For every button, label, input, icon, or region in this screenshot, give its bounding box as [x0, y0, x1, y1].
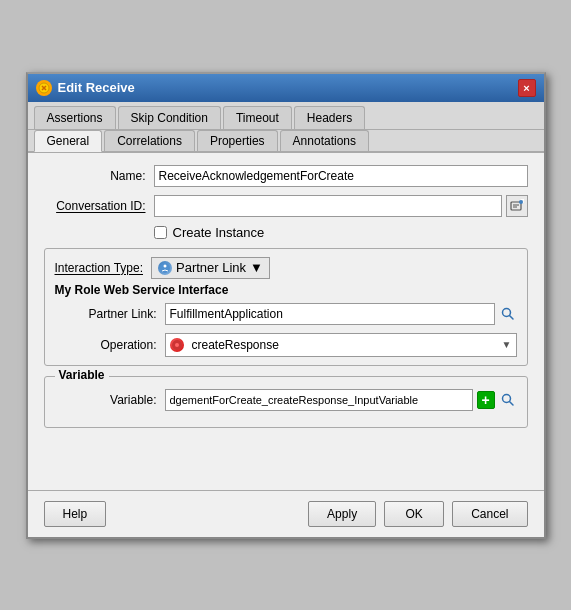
partner-link-row: Partner Link:	[55, 303, 517, 325]
tab-assertions[interactable]: Assertions	[34, 106, 116, 129]
create-instance-checkbox[interactable]	[154, 226, 167, 239]
dialog-title: Edit Receive	[58, 80, 135, 95]
svg-text:+: +	[520, 199, 524, 207]
title-bar: Edit Receive ×	[28, 74, 544, 102]
interaction-type-section: Interaction Type: Partner Link ▼ My Role…	[44, 248, 528, 366]
create-instance-label: Create Instance	[173, 225, 265, 240]
tab-headers[interactable]: Headers	[294, 106, 365, 129]
help-button[interactable]: Help	[44, 501, 107, 527]
bottom-spacer	[44, 438, 528, 478]
create-instance-row: Create Instance	[44, 225, 528, 240]
my-role-label: My Role Web Service Interface	[55, 283, 517, 297]
operation-row: Operation: createResponse ▼	[55, 333, 517, 357]
interaction-type-label: Interaction Type:	[55, 261, 144, 275]
partner-link-button[interactable]: Partner Link ▼	[151, 257, 270, 279]
dialog-icon	[36, 80, 52, 96]
dialog-content: Name: Conversation ID: +	[28, 153, 544, 490]
operation-dropdown-arrow: ▼	[502, 339, 512, 350]
tabs-row1: Assertions Skip Condition Timeout Header…	[28, 102, 544, 130]
tabs-row2: General Correlations Properties Annotati…	[28, 130, 544, 153]
conversation-input[interactable]	[154, 195, 502, 217]
svg-line-13	[509, 401, 513, 405]
svg-line-9	[509, 315, 513, 319]
svg-point-11	[175, 343, 179, 347]
tab-general[interactable]: General	[34, 130, 103, 152]
cancel-button[interactable]: Cancel	[452, 501, 527, 527]
close-button[interactable]: ×	[518, 79, 536, 97]
operation-value: createResponse	[192, 338, 279, 352]
svg-point-7	[164, 264, 167, 267]
apply-button[interactable]: Apply	[308, 501, 376, 527]
name-input[interactable]	[154, 165, 528, 187]
variable-section-title: Variable	[55, 368, 109, 382]
operation-label: Operation:	[55, 338, 165, 352]
tab-correlations[interactable]: Correlations	[104, 130, 195, 151]
operation-dropdown-container[interactable]: createResponse ▼	[165, 333, 517, 357]
footer: Help Apply OK Cancel	[28, 490, 544, 537]
partner-link-search-icon[interactable]	[499, 305, 517, 323]
partner-link-icon	[158, 261, 172, 275]
partner-link-dropdown-arrow: ▼	[250, 260, 263, 275]
variable-row: Variable: +	[55, 389, 517, 411]
tab-annotations[interactable]: Annotations	[280, 130, 369, 151]
conversation-label: Conversation ID:	[44, 199, 154, 213]
tab-timeout[interactable]: Timeout	[223, 106, 292, 129]
name-label: Name:	[44, 169, 154, 183]
partner-link-btn-label: Partner Link	[176, 260, 246, 275]
variable-input[interactable]	[165, 389, 473, 411]
operation-icon	[170, 338, 184, 352]
partner-link-input[interactable]	[165, 303, 495, 325]
tab-properties[interactable]: Properties	[197, 130, 278, 151]
partner-link-label: Partner Link:	[55, 307, 165, 321]
conversation-browse-button[interactable]: +	[506, 195, 528, 217]
tab-skip-condition[interactable]: Skip Condition	[118, 106, 221, 129]
edit-receive-dialog: Edit Receive × Assertions Skip Condition…	[26, 72, 546, 539]
conversation-row: Conversation ID: +	[44, 195, 528, 217]
variable-add-icon[interactable]: +	[477, 391, 495, 409]
variable-label: Variable:	[55, 393, 165, 407]
ok-button[interactable]: OK	[384, 501, 444, 527]
variable-search-icon[interactable]	[499, 391, 517, 409]
name-row: Name:	[44, 165, 528, 187]
variable-section: Variable Variable: +	[44, 376, 528, 428]
